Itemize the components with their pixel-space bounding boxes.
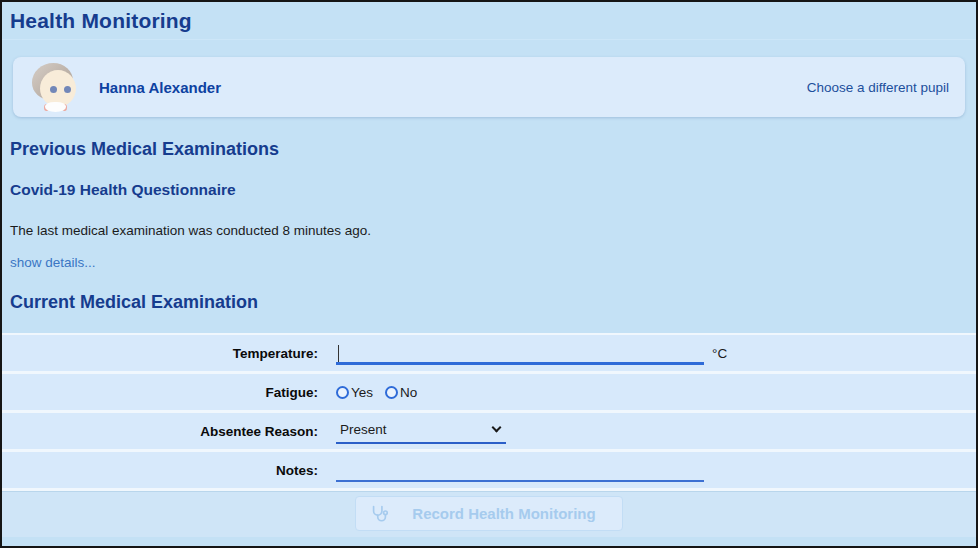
avatar-body <box>45 102 66 112</box>
previous-exams-heading: Previous Medical Examinations <box>10 139 968 160</box>
temperature-label: Temperature: <box>2 346 318 361</box>
current-exam-heading: Current Medical Examination <box>10 292 968 313</box>
fatigue-label: Fatigue: <box>2 385 318 400</box>
pupil-card: Hanna Alexander Choose a different pupil <box>13 57 965 117</box>
pupil-name: Hanna Alexander <box>99 79 221 96</box>
avatar-eye <box>50 86 57 93</box>
record-health-monitoring-button[interactable]: Record Health Monitoring <box>355 496 622 531</box>
absentee-reason-label: Absentee Reason: <box>2 424 318 439</box>
exam-form: Temperature: °C Fatigue: Yes No <box>2 333 976 537</box>
temperature-input[interactable] <box>336 342 704 365</box>
page-header: Health Monitoring <box>2 2 976 40</box>
show-details-link[interactable]: show details... <box>10 255 96 270</box>
page-title: Health Monitoring <box>10 9 968 33</box>
chevron-down-icon <box>492 423 502 433</box>
fatigue-row: Fatigue: Yes No <box>2 374 976 413</box>
avatar-eye <box>64 86 71 93</box>
notes-input[interactable] <box>336 459 704 482</box>
radio-icon <box>336 386 349 399</box>
form-footer: Record Health Monitoring <box>2 491 976 537</box>
fatigue-yes-label: Yes <box>351 385 373 400</box>
stethoscope-icon <box>369 504 389 524</box>
temperature-row: Temperature: °C <box>2 335 976 374</box>
fatigue-yes-radio[interactable]: Yes <box>336 385 373 400</box>
pupil-avatar <box>31 63 79 111</box>
absentee-reason-select[interactable]: Present <box>336 418 506 444</box>
health-monitoring-page: Health Monitoring Hanna Alexander Choose… <box>0 0 978 548</box>
choose-different-pupil-link[interactable]: Choose a different pupil <box>807 80 949 95</box>
absentee-reason-value: Present <box>340 422 387 437</box>
record-button-label: Record Health Monitoring <box>412 505 595 522</box>
notes-row: Notes: <box>2 452 976 491</box>
questionnaire-title: Covid-19 Health Questionnaire <box>10 181 968 199</box>
notes-label: Notes: <box>2 463 318 478</box>
temperature-unit: °C <box>712 346 727 361</box>
radio-icon <box>385 386 398 399</box>
fatigue-no-label: No <box>400 385 417 400</box>
text-cursor <box>338 345 339 362</box>
last-exam-summary: The last medical examination was conduct… <box>10 223 968 238</box>
absentee-reason-row: Absentee Reason: Present <box>2 413 976 452</box>
fatigue-no-radio[interactable]: No <box>385 385 417 400</box>
